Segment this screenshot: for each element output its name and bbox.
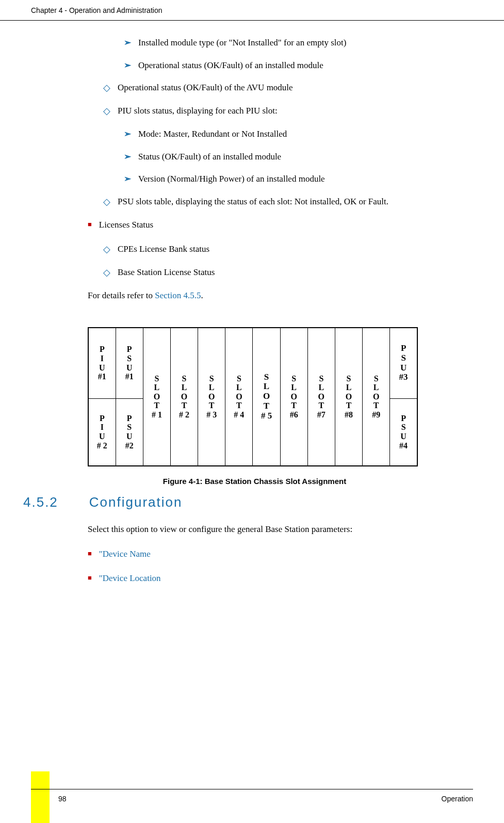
list-item: ◇ CPEs License Bank status	[103, 243, 473, 256]
item-text: Mode: Master, Redundant or Not Installed	[138, 127, 287, 141]
section-title: Configuration	[89, 492, 183, 512]
para-prefix: For details refer to	[88, 291, 155, 300]
cell-text: PIU# 2	[97, 414, 107, 450]
item-text: Installed module type (or "Not Installed…	[138, 36, 346, 50]
slot-cell: PIU#1	[88, 328, 116, 399]
list-item: ➢ Status (OK/Fault) of an installed modu…	[124, 150, 473, 164]
link-item[interactable]: "Device Name	[99, 547, 151, 561]
arrow-icon: ➢	[124, 36, 131, 50]
cell-text: SLOT#6	[290, 374, 298, 419]
list-item: ◇ PIU slots status, displaying for each …	[103, 104, 473, 118]
list-item: ➢ Installed module type (or "Not Install…	[124, 36, 473, 50]
page-header: Chapter 4 - Operation and Administration	[0, 0, 504, 21]
slot-cell: SLOT#9	[363, 328, 390, 466]
list-item: ➢ Operational status (OK/Fault) of an in…	[124, 59, 473, 72]
slot-cell: SLOT# 2	[170, 328, 198, 466]
cell-text: PSU#1	[125, 345, 134, 381]
slot-cell: SLOT# 4	[225, 328, 253, 466]
cell-text: SLOT# 1	[152, 374, 162, 419]
item-text: CPEs License Bank status	[118, 243, 209, 256]
item-text: Status (OK/Fault) of an installed module	[138, 150, 281, 164]
slot-cell: SLOT#6	[280, 328, 307, 466]
item-text: Operational status (OK/Fault) of the AVU…	[118, 81, 293, 95]
chassis-figure: PIU#1 PSU#1 SLOT# 1 SLOT# 2 SLOT# 3 SLOT…	[88, 327, 473, 466]
section-link[interactable]: Section 4.5.5	[155, 291, 201, 300]
list-item: ➢ Version (Normal/High Power) of an inst…	[124, 172, 473, 186]
cell-text: SLOT#8	[345, 374, 353, 419]
link-item[interactable]: "Device Location	[99, 572, 161, 585]
cell-text: PSU#2	[125, 414, 134, 450]
arrow-icon: ➢	[124, 59, 131, 72]
square-icon: ■	[88, 218, 92, 232]
slot-cell: PSU#2	[116, 398, 143, 465]
cell-text: SLOT# 3	[206, 374, 217, 419]
item-text: Licenses Status	[99, 218, 153, 232]
reference-paragraph: For details refer to Section 4.5.5.	[88, 289, 473, 302]
cell-text: SLOT# 4	[234, 374, 244, 419]
page-footer: 98 Operation	[31, 789, 473, 804]
list-item: ■ "Device Name	[88, 547, 473, 561]
list-item: ■ "Device Location	[88, 572, 473, 585]
cell-text: SLOT#7	[317, 374, 326, 419]
footer-label: Operation	[442, 794, 473, 804]
item-text: PSU slots table, displaying the status o…	[118, 195, 388, 209]
figure-caption: Figure 4-1: Base Station Chassis Slot As…	[36, 476, 473, 488]
arrow-icon: ➢	[124, 150, 131, 164]
chapter-label: Chapter 4 - Operation and Administration	[31, 6, 162, 14]
chassis-slot-table: PIU#1 PSU#1 SLOT# 1 SLOT# 2 SLOT# 3 SLOT…	[88, 327, 418, 466]
page-content: ➢ Installed module type (or "Not Install…	[0, 21, 504, 585]
slot-cell: SLOT#8	[335, 328, 362, 466]
arrow-icon: ➢	[124, 172, 131, 186]
slot-cell: PSU#1	[116, 328, 143, 399]
cell-text: PIU#1	[98, 345, 106, 381]
list-item: ➢ Mode: Master, Redundant or Not Install…	[124, 127, 473, 141]
slot-cell: PIU# 2	[88, 398, 116, 465]
diamond-icon: ◇	[103, 195, 110, 209]
cell-text: PSU#4	[399, 414, 408, 450]
item-text: Base Station License Status	[118, 266, 215, 280]
item-text: Version (Normal/High Power) of an instal…	[138, 172, 325, 186]
period: .	[201, 291, 203, 300]
diamond-icon: ◇	[103, 104, 110, 118]
section-heading: 4.5.2 Configuration	[23, 492, 473, 512]
list-item: ◇ PSU slots table, displaying the status…	[103, 195, 473, 209]
diamond-icon: ◇	[103, 266, 110, 280]
slot-cell: PSU#3	[390, 328, 417, 399]
slot-cell: SLOT#7	[307, 328, 335, 466]
slot-cell: SLOT# 5	[253, 328, 280, 466]
square-icon: ■	[88, 547, 92, 561]
list-item: ■ Licenses Status	[88, 218, 473, 232]
item-text: PIU slots status, displaying for each PI…	[118, 104, 278, 118]
cell-text: PSU#3	[399, 343, 408, 382]
page-number: 98	[31, 794, 67, 804]
slot-cell: SLOT# 3	[198, 328, 225, 466]
cell-text: SLOT# 5	[261, 372, 272, 421]
item-text: Operational status (OK/Fault) of an inst…	[138, 59, 323, 72]
diamond-icon: ◇	[103, 243, 110, 256]
list-item: ◇ Operational status (OK/Fault) of the A…	[103, 81, 473, 95]
list-item: ◇ Base Station License Status	[103, 266, 473, 280]
slot-cell: PSU#4	[390, 398, 417, 465]
cell-text: SLOT#9	[372, 374, 380, 419]
section-intro: Select this option to view or configure …	[88, 523, 473, 536]
section-number: 4.5.2	[23, 492, 58, 512]
slot-cell: SLOT# 1	[143, 328, 170, 466]
square-icon: ■	[88, 572, 92, 585]
diamond-icon: ◇	[103, 81, 110, 95]
cell-text: SLOT# 2	[179, 374, 189, 419]
arrow-icon: ➢	[124, 127, 131, 141]
